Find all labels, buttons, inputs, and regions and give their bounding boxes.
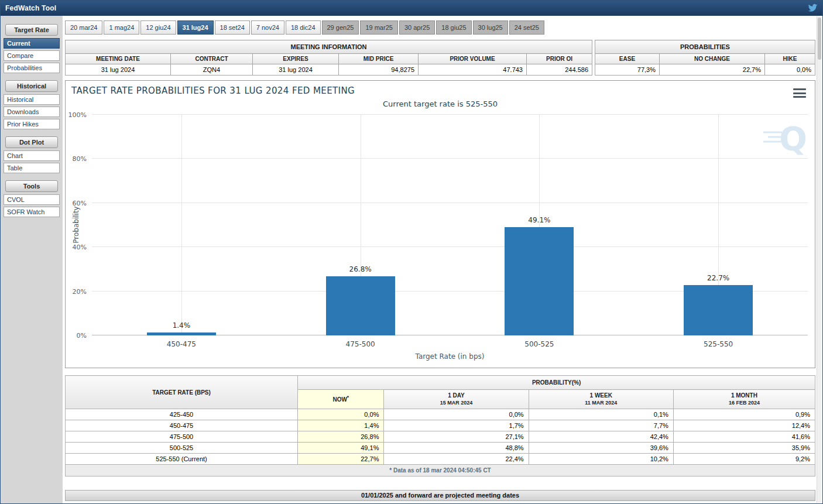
table-row-425-450: 425-4500,0%0,0%0,1%0,9% bbox=[66, 409, 815, 420]
col-header-1-month: 1 MONTH16 FEB 2024 bbox=[673, 390, 815, 409]
sidebar-item-compare[interactable]: Compare bbox=[4, 50, 60, 61]
main-panel: 20 mar241 mag2412 giu2431 lug2418 set247… bbox=[63, 16, 822, 504]
y-tick-label-0: 0% bbox=[77, 332, 87, 340]
tab-19-mar25[interactable]: 19 mar25 bbox=[360, 20, 397, 35]
rate-cell-475-500: 475-500 bbox=[66, 431, 298, 443]
y-tick-label-100: 100% bbox=[68, 111, 87, 119]
sidebar-item-prior-hikes[interactable]: Prior Hikes bbox=[4, 119, 60, 129]
tab-31-lug24[interactable]: 31 lug24 bbox=[177, 20, 214, 35]
probabilities-info-table: PROBABILITIESEASENO CHANGEHIKE77,3%22,7%… bbox=[595, 40, 815, 76]
meeting-tabs: 20 mar241 mag2412 giu2431 lug2418 set247… bbox=[65, 20, 815, 35]
value-prior-volume: 47.743 bbox=[419, 64, 527, 76]
sidebar-item-current[interactable]: Current bbox=[4, 38, 60, 49]
info-row: MEETING INFORMATIONMEETING DATECONTRACTE… bbox=[65, 40, 815, 76]
bar-450-475[interactable] bbox=[147, 332, 216, 335]
gridline-x-450-475 bbox=[181, 115, 182, 335]
tab-18-set24[interactable]: 18 set24 bbox=[215, 20, 250, 35]
tab-18-giu25[interactable]: 18 giu25 bbox=[436, 20, 471, 35]
rate-cell-450-475: 450-475 bbox=[66, 420, 298, 431]
x-tick-label-450-475: 450-475 bbox=[167, 340, 196, 348]
prob-cell-500-525-1-day: 48,8% bbox=[384, 443, 529, 454]
y-tick-label-80: 80% bbox=[73, 155, 87, 163]
scrollbar-thumb[interactable] bbox=[818, 18, 821, 60]
value-no-change: 22,7% bbox=[659, 64, 764, 76]
chart-context-menu-icon[interactable] bbox=[793, 88, 806, 98]
sidebar-item-chart[interactable]: Chart bbox=[4, 150, 60, 161]
rate-cell-425-450: 425-450 bbox=[66, 409, 298, 420]
tab-20-mar24[interactable]: 20 mar24 bbox=[65, 20, 102, 35]
prob-cell-425-450-now: 0,0% bbox=[298, 409, 384, 420]
x-tick-label-475-500: 475-500 bbox=[346, 340, 375, 348]
col-header-no-change: NO CHANGE bbox=[659, 54, 764, 64]
tab-12-giu24[interactable]: 12 giu24 bbox=[140, 20, 176, 35]
col-header-contract: CONTRACT bbox=[171, 54, 253, 64]
value-prior-oi: 244.586 bbox=[527, 64, 592, 76]
probability-chart: TARGET RATE PROBABILITIES FOR 31 LUG 202… bbox=[65, 80, 815, 368]
group-header-probability: PROBABILITY(%) bbox=[298, 376, 815, 390]
value-contract: ZQN4 bbox=[171, 64, 253, 76]
col-header-expires: EXPIRES bbox=[253, 54, 339, 64]
plot-area: 0%20%40%60%80%100%1.4%450-47526.8%475-50… bbox=[92, 115, 808, 335]
table-row-525-550-current: 525-550 (Current)22,7%22,4%10,2%9,2% bbox=[66, 454, 815, 465]
twitter-icon[interactable] bbox=[807, 3, 818, 13]
sidebar-section-tools[interactable]: Tools bbox=[5, 180, 58, 192]
prob-cell-425-450-1-day: 0,0% bbox=[384, 409, 529, 420]
chart-subtitle: Current target rate is 525-550 bbox=[66, 100, 815, 108]
y-axis-title: Probability bbox=[72, 206, 80, 243]
sidebar-section-historical[interactable]: Historical bbox=[5, 80, 58, 92]
category-475-500: 26.8%475-500 bbox=[271, 115, 450, 335]
fedwatch-window: FedWatch Tool Target RateCurrentCompareP… bbox=[0, 0, 823, 504]
row-header-target-rate: TARGET RATE (BPS) bbox=[66, 376, 298, 409]
prob-cell-525-550-current-1-month: 9,2% bbox=[673, 454, 815, 465]
bar-500-525[interactable] bbox=[505, 227, 574, 335]
sidebar-item-table[interactable]: Table bbox=[4, 163, 60, 173]
col-header-hike: HIKE bbox=[764, 54, 815, 64]
tab-30-lug25[interactable]: 30 lug25 bbox=[473, 20, 508, 35]
col-header-ease: EASE bbox=[595, 54, 659, 64]
category-525-550: 22.7%525-550 bbox=[629, 115, 808, 335]
vertical-scrollbar[interactable] bbox=[817, 16, 822, 503]
bar-value-label-500-525: 49.1% bbox=[528, 216, 550, 224]
probabilities-title: PROBABILITIES bbox=[595, 40, 815, 54]
bar-475-500[interactable] bbox=[326, 276, 395, 335]
col-header-now: NOW* bbox=[298, 390, 384, 409]
prob-cell-475-500-1-week: 42,4% bbox=[529, 431, 673, 443]
rate-probability-table: TARGET RATE (BPS)PROBABILITY(%)NOW*1 DAY… bbox=[65, 375, 815, 476]
sidebar-section-target-rate[interactable]: Target Rate bbox=[5, 24, 58, 36]
value-meeting-date: 31 lug 2024 bbox=[66, 64, 171, 76]
title-bar: FedWatch Tool bbox=[1, 1, 822, 16]
chart-title: TARGET RATE PROBABILITIES FOR 31 LUG 202… bbox=[71, 85, 355, 96]
tab-18-dic24[interactable]: 18 dic24 bbox=[286, 20, 321, 35]
bar-value-label-475-500: 26.8% bbox=[349, 265, 372, 273]
bar-value-label-450-475: 1.4% bbox=[173, 321, 191, 330]
projection-note-bar: 01/01/2025 and forward are projected mee… bbox=[65, 490, 815, 501]
table-row-450-475: 450-4751,4%1,7%7,7%12,4% bbox=[66, 420, 815, 431]
sidebar-item-sofr-watch[interactable]: SOFR Watch bbox=[4, 207, 60, 217]
tab-29-gen25[interactable]: 29 gen25 bbox=[322, 20, 359, 35]
meeting-information-title: MEETING INFORMATION bbox=[66, 40, 592, 54]
col-header-prior-oi: PRIOR OI bbox=[527, 54, 592, 64]
tab-1-mag24[interactable]: 1 mag24 bbox=[104, 20, 139, 35]
sidebar-item-downloads[interactable]: Downloads bbox=[4, 107, 60, 117]
prob-cell-475-500-1-day: 27,1% bbox=[384, 431, 529, 443]
col-header-mid-price: MID PRICE bbox=[339, 54, 419, 64]
tab-30-apr25[interactable]: 30 apr25 bbox=[399, 20, 435, 35]
y-tick-label-40: 40% bbox=[73, 244, 87, 251]
category-500-525: 49.1%500-525 bbox=[450, 115, 629, 335]
col-header-1-week: 1 WEEK11 MAR 2024 bbox=[529, 390, 673, 409]
tab-24-set25[interactable]: 24 set25 bbox=[509, 20, 544, 35]
y-tick-label-20: 20% bbox=[73, 287, 87, 295]
sidebar-item-cvol[interactable]: CVOL bbox=[4, 194, 60, 205]
table-row-500-525: 500-52549,1%48,8%39,6%35,9% bbox=[66, 443, 815, 454]
category-450-475: 1.4%450-475 bbox=[92, 115, 271, 335]
bar-525-550[interactable] bbox=[684, 285, 753, 335]
rate-cell-500-525: 500-525 bbox=[66, 443, 298, 454]
sidebar-section-dot-plot[interactable]: Dot Plot bbox=[5, 136, 58, 148]
tab-7-nov24[interactable]: 7 nov24 bbox=[251, 20, 284, 35]
sidebar-item-probabilities[interactable]: Probabilities bbox=[4, 63, 60, 73]
sidebar-item-historical[interactable]: Historical bbox=[4, 94, 60, 105]
prob-cell-450-475-now: 1,4% bbox=[298, 420, 384, 431]
prob-cell-475-500-1-month: 41,6% bbox=[673, 431, 815, 443]
prob-cell-450-475-1-week: 7,7% bbox=[529, 420, 673, 431]
prob-cell-525-550-current-1-week: 10,2% bbox=[529, 454, 673, 465]
